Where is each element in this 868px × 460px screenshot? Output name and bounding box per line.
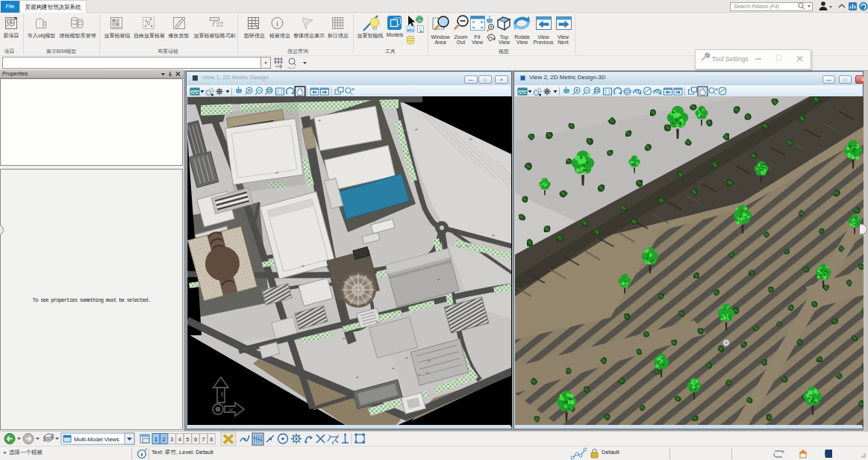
svg-text:4: 4 — [178, 436, 181, 443]
svg-text:3: 3 — [170, 436, 173, 443]
svg-text:6: 6 — [194, 436, 197, 443]
svg-text:abc: abc — [407, 28, 414, 32]
svg-text:5: 5 — [186, 436, 189, 443]
svg-text:2: 2 — [163, 436, 166, 443]
svg-text:7: 7 — [202, 436, 205, 443]
svg-text:1: 1 — [154, 436, 157, 443]
svg-text:Tool Settings: Tool Settings — [712, 55, 749, 63]
svg-text:Multi-Model Views: Multi-Model Views — [74, 436, 119, 443]
svg-text:i: i — [276, 19, 278, 28]
svg-text:8: 8 — [210, 436, 213, 443]
